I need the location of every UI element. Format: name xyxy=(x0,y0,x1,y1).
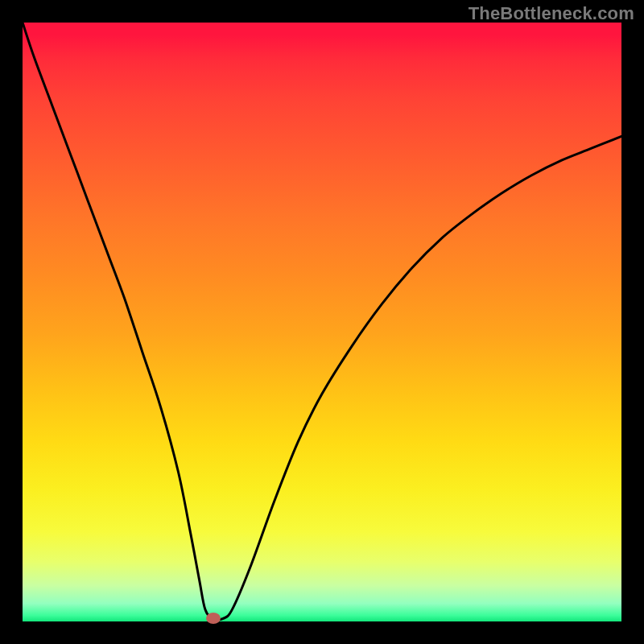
watermark-text: TheBottleneck.com xyxy=(469,3,634,24)
optimum-marker xyxy=(206,613,221,624)
chart-frame: TheBottleneck.com xyxy=(0,0,644,644)
plot-area xyxy=(23,23,621,621)
curve-svg xyxy=(23,23,621,621)
bottleneck-curve xyxy=(23,23,621,620)
